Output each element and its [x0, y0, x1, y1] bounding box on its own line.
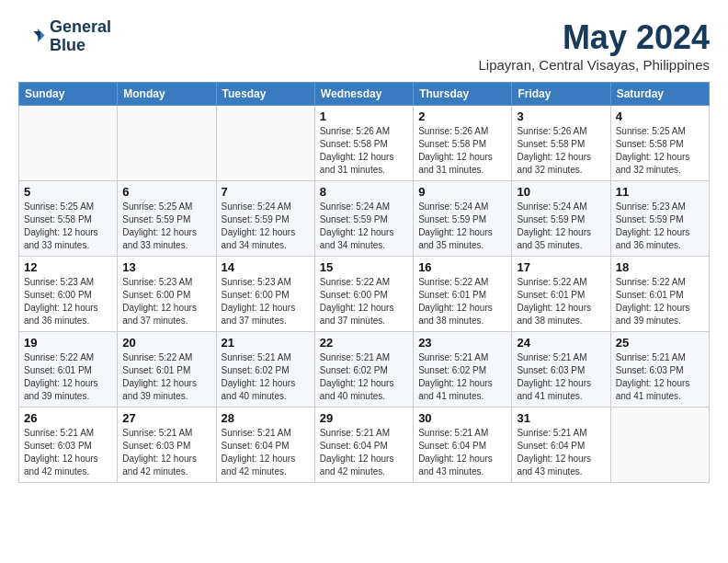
cell-info: Sunrise: 5:21 AM Sunset: 6:03 PM Dayligh… [122, 427, 210, 478]
date-number: 21 [222, 336, 310, 350]
calendar-cell: 14Sunrise: 5:23 AM Sunset: 6:00 PM Dayli… [216, 257, 314, 332]
cell-info: Sunrise: 5:23 AM Sunset: 6:00 PM Dayligh… [122, 276, 210, 327]
date-number: 30 [418, 411, 506, 425]
cell-info: Sunrise: 5:22 AM Sunset: 6:01 PM Dayligh… [122, 351, 210, 403]
calendar-cell: 21Sunrise: 5:21 AM Sunset: 6:02 PM Dayli… [216, 332, 314, 408]
date-number: 18 [616, 260, 704, 274]
logo: General Blue [18, 18, 111, 55]
date-number: 3 [517, 109, 605, 123]
cell-info: Sunrise: 5:24 AM Sunset: 5:59 PM Dayligh… [418, 201, 506, 252]
cell-info: Sunrise: 5:21 AM Sunset: 6:02 PM Dayligh… [222, 351, 310, 403]
date-number: 8 [320, 185, 408, 199]
date-number: 15 [320, 260, 408, 274]
calendar-cell: 3Sunrise: 5:26 AM Sunset: 5:58 PM Daylig… [512, 106, 610, 181]
cell-info: Sunrise: 5:22 AM Sunset: 6:01 PM Dayligh… [418, 276, 506, 327]
calendar-cell: 19Sunrise: 5:22 AM Sunset: 6:01 PM Dayli… [19, 332, 118, 408]
page-header: General Blue May 2024 Lipayran, Central … [18, 18, 710, 73]
title-block: May 2024 Lipayran, Central Visayas, Phil… [478, 18, 710, 73]
date-number: 6 [122, 185, 210, 199]
date-number: 4 [616, 109, 704, 123]
calendar-table: SundayMondayTuesdayWednesdayThursdayFrid… [18, 82, 710, 483]
week-row-2: 5Sunrise: 5:25 AM Sunset: 5:58 PM Daylig… [19, 181, 710, 257]
cell-info: Sunrise: 5:23 AM Sunset: 6:00 PM Dayligh… [24, 276, 112, 327]
day-header-sunday: Sunday [19, 83, 118, 106]
cell-info: Sunrise: 5:26 AM Sunset: 5:58 PM Dayligh… [320, 125, 408, 177]
calendar-cell: 9Sunrise: 5:24 AM Sunset: 5:59 PM Daylig… [414, 181, 512, 257]
calendar-cell: 13Sunrise: 5:23 AM Sunset: 6:00 PM Dayli… [118, 257, 216, 332]
cell-info: Sunrise: 5:26 AM Sunset: 5:58 PM Dayligh… [418, 125, 506, 177]
date-number: 25 [616, 336, 704, 350]
calendar-cell: 8Sunrise: 5:24 AM Sunset: 5:59 PM Daylig… [314, 181, 413, 257]
calendar-cell: 2Sunrise: 5:26 AM Sunset: 5:58 PM Daylig… [414, 106, 512, 181]
date-number: 28 [222, 411, 310, 425]
date-number: 19 [24, 336, 112, 350]
date-number: 22 [320, 336, 408, 350]
calendar-cell: 31Sunrise: 5:21 AM Sunset: 6:04 PM Dayli… [512, 408, 610, 483]
cell-info: Sunrise: 5:21 AM Sunset: 6:03 PM Dayligh… [517, 351, 605, 403]
cell-info: Sunrise: 5:23 AM Sunset: 6:00 PM Dayligh… [222, 276, 310, 327]
cell-info: Sunrise: 5:21 AM Sunset: 6:02 PM Dayligh… [418, 351, 506, 403]
cell-info: Sunrise: 5:25 AM Sunset: 5:59 PM Dayligh… [122, 201, 210, 252]
calendar-cell: 18Sunrise: 5:22 AM Sunset: 6:01 PM Dayli… [610, 257, 709, 332]
day-header-wednesday: Wednesday [314, 83, 413, 106]
calendar-cell: 15Sunrise: 5:22 AM Sunset: 6:00 PM Dayli… [314, 257, 413, 332]
calendar-cell: 23Sunrise: 5:21 AM Sunset: 6:02 PM Dayli… [414, 332, 512, 408]
week-row-3: 12Sunrise: 5:23 AM Sunset: 6:00 PM Dayli… [19, 257, 710, 332]
date-number: 1 [320, 109, 408, 123]
day-header-thursday: Thursday [414, 83, 512, 106]
date-number: 23 [418, 336, 506, 350]
month-title: May 2024 [478, 18, 710, 57]
cell-info: Sunrise: 5:22 AM Sunset: 6:01 PM Dayligh… [24, 351, 112, 403]
day-header-monday: Monday [118, 83, 216, 106]
date-number: 14 [222, 260, 310, 274]
calendar-cell: 26Sunrise: 5:21 AM Sunset: 6:03 PM Dayli… [19, 408, 118, 483]
date-number: 16 [418, 260, 506, 274]
calendar-cell [19, 106, 118, 181]
cell-info: Sunrise: 5:25 AM Sunset: 5:58 PM Dayligh… [616, 125, 704, 177]
cell-info: Sunrise: 5:26 AM Sunset: 5:58 PM Dayligh… [517, 125, 605, 177]
date-number: 24 [517, 336, 605, 350]
calendar-cell: 12Sunrise: 5:23 AM Sunset: 6:00 PM Dayli… [19, 257, 118, 332]
date-number: 2 [418, 109, 506, 123]
date-number: 7 [222, 185, 310, 199]
calendar-cell: 4Sunrise: 5:25 AM Sunset: 5:58 PM Daylig… [610, 106, 709, 181]
calendar-cell: 11Sunrise: 5:23 AM Sunset: 5:59 PM Dayli… [610, 181, 709, 257]
calendar-cell: 7Sunrise: 5:24 AM Sunset: 5:59 PM Daylig… [216, 181, 314, 257]
date-number: 17 [517, 260, 605, 274]
calendar-cell [118, 106, 216, 181]
cell-info: Sunrise: 5:22 AM Sunset: 6:01 PM Dayligh… [517, 276, 605, 327]
date-number: 10 [517, 185, 605, 199]
cell-info: Sunrise: 5:21 AM Sunset: 6:04 PM Dayligh… [222, 427, 310, 478]
calendar-cell: 5Sunrise: 5:25 AM Sunset: 5:58 PM Daylig… [19, 181, 118, 257]
cell-info: Sunrise: 5:21 AM Sunset: 6:03 PM Dayligh… [24, 427, 112, 478]
day-header-tuesday: Tuesday [216, 83, 314, 106]
date-number: 26 [24, 411, 112, 425]
cell-info: Sunrise: 5:24 AM Sunset: 5:59 PM Dayligh… [222, 201, 310, 252]
cell-info: Sunrise: 5:24 AM Sunset: 5:59 PM Dayligh… [517, 201, 605, 252]
cell-info: Sunrise: 5:25 AM Sunset: 5:58 PM Dayligh… [24, 201, 112, 252]
week-row-4: 19Sunrise: 5:22 AM Sunset: 6:01 PM Dayli… [19, 332, 710, 408]
calendar-cell: 28Sunrise: 5:21 AM Sunset: 6:04 PM Dayli… [216, 408, 314, 483]
day-header-saturday: Saturday [610, 83, 709, 106]
date-number: 12 [24, 260, 112, 274]
calendar-cell: 30Sunrise: 5:21 AM Sunset: 6:04 PM Dayli… [414, 408, 512, 483]
week-row-5: 26Sunrise: 5:21 AM Sunset: 6:03 PM Dayli… [19, 408, 710, 483]
calendar-cell: 25Sunrise: 5:21 AM Sunset: 6:03 PM Dayli… [610, 332, 709, 408]
calendar-cell: 27Sunrise: 5:21 AM Sunset: 6:03 PM Dayli… [118, 408, 216, 483]
date-number: 11 [616, 185, 704, 199]
calendar-cell [216, 106, 314, 181]
date-number: 13 [122, 260, 210, 274]
calendar-cell: 10Sunrise: 5:24 AM Sunset: 5:59 PM Dayli… [512, 181, 610, 257]
cell-info: Sunrise: 5:21 AM Sunset: 6:03 PM Dayligh… [616, 351, 704, 403]
date-number: 29 [320, 411, 408, 425]
cell-info: Sunrise: 5:22 AM Sunset: 6:00 PM Dayligh… [320, 276, 408, 327]
calendar-cell: 17Sunrise: 5:22 AM Sunset: 6:01 PM Dayli… [512, 257, 610, 332]
date-number: 31 [517, 411, 605, 425]
logo-icon [18, 23, 46, 51]
calendar-cell: 6Sunrise: 5:25 AM Sunset: 5:59 PM Daylig… [118, 181, 216, 257]
week-row-1: 1Sunrise: 5:26 AM Sunset: 5:58 PM Daylig… [19, 106, 710, 181]
cell-info: Sunrise: 5:21 AM Sunset: 6:02 PM Dayligh… [320, 351, 408, 403]
date-number: 9 [418, 185, 506, 199]
cell-info: Sunrise: 5:24 AM Sunset: 5:59 PM Dayligh… [320, 201, 408, 252]
header-row: SundayMondayTuesdayWednesdayThursdayFrid… [19, 83, 710, 106]
